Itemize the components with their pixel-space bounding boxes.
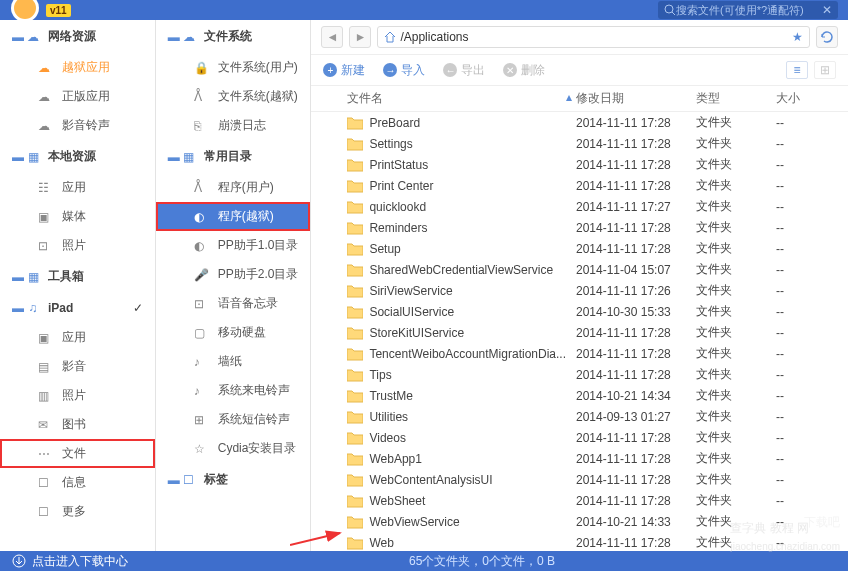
item-icon: ⎘: [194, 119, 210, 133]
import-button[interactable]: →导入: [383, 62, 425, 79]
path-input[interactable]: /Applications ★: [377, 26, 810, 48]
file-row[interactable]: Reminders2014-11-11 17:28文件夹--: [311, 217, 848, 238]
nav-back-button[interactable]: ◄: [321, 26, 343, 48]
sidebar-item[interactable]: ☷应用: [0, 173, 155, 202]
file-row[interactable]: Web2014-11-11 17:28文件夹--: [311, 532, 848, 551]
file-date: 2014-11-11 17:27: [576, 200, 696, 214]
sidebar-item[interactable]: ▢移动硬盘: [156, 318, 311, 347]
sidebar-item[interactable]: ᐰ程序(用户): [156, 173, 311, 202]
sidebar-item[interactable]: ⎘崩溃日志: [156, 111, 311, 140]
file-row[interactable]: WebApp12014-11-11 17:28文件夹--: [311, 448, 848, 469]
clear-icon[interactable]: ✕: [822, 3, 832, 17]
file-row[interactable]: Videos2014-11-11 17:28文件夹--: [311, 427, 848, 448]
file-date: 2014-11-11 17:28: [576, 473, 696, 487]
file-row[interactable]: SharedWebCredentialViewService2014-11-04…: [311, 259, 848, 280]
import-icon: →: [383, 63, 397, 77]
download-center-link[interactable]: 点击进入下载中心: [12, 553, 128, 570]
sidebar-item[interactable]: ☁正版应用: [0, 82, 155, 111]
file-type: 文件夹: [696, 135, 776, 152]
file-row[interactable]: quicklookd2014-11-11 17:27文件夹--: [311, 196, 848, 217]
file-row[interactable]: Setup2014-11-11 17:28文件夹--: [311, 238, 848, 259]
svg-point-2: [665, 5, 673, 13]
file-name: Setup: [369, 242, 400, 256]
sidebar-item[interactable]: ⊡照片: [0, 231, 155, 260]
file-name: SiriViewService: [369, 284, 452, 298]
grid-view-button[interactable]: ⊞: [814, 61, 836, 79]
sidebar-item[interactable]: 🎤PP助手2.0目录: [156, 260, 311, 289]
item-icon: ☷: [38, 181, 54, 195]
sidebar-item[interactable]: ▣媒体: [0, 202, 155, 231]
file-date: 2014-11-11 17:28: [576, 137, 696, 151]
file-size: --: [776, 431, 836, 445]
nav-forward-button[interactable]: ►: [349, 26, 371, 48]
folder-icon: [347, 158, 363, 172]
file-row[interactable]: Print Center2014-11-11 17:28文件夹--: [311, 175, 848, 196]
sidebar-item[interactable]: ☁影音铃声: [0, 111, 155, 140]
file-row[interactable]: WebSheet2014-11-11 17:28文件夹--: [311, 490, 848, 511]
file-size: --: [776, 473, 836, 487]
sidebar-item[interactable]: ☆Cydia安装目录: [156, 434, 311, 463]
file-row[interactable]: PreBoard2014-11-11 17:28文件夹--: [311, 112, 848, 133]
sidebar-item[interactable]: ◐程序(越狱): [156, 202, 311, 231]
file-row[interactable]: Tips2014-11-11 17:28文件夹--: [311, 364, 848, 385]
sidebar-item[interactable]: ⊞系统短信铃声: [156, 405, 311, 434]
folder-icon: [347, 536, 363, 550]
sidebar-section-header[interactable]: ▬☁网络资源: [0, 20, 155, 53]
refresh-button[interactable]: [816, 26, 838, 48]
new-button[interactable]: +新建: [323, 62, 365, 79]
file-row[interactable]: SiriViewService2014-11-11 17:26文件夹--: [311, 280, 848, 301]
list-view-button[interactable]: ≡: [786, 61, 808, 79]
sidebar-section-header[interactable]: ▬▦工具箱: [0, 260, 155, 293]
file-row[interactable]: TrustMe2014-10-21 14:34文件夹--: [311, 385, 848, 406]
sidebar-item[interactable]: 🔒文件系统(用户): [156, 53, 311, 82]
item-label: 移动硬盘: [218, 324, 266, 341]
section-icon: ☐: [182, 473, 196, 487]
star-icon[interactable]: ★: [792, 30, 803, 44]
file-date: 2014-11-11 17:26: [576, 284, 696, 298]
sidebar-item[interactable]: ▣应用: [0, 323, 155, 352]
sidebar-item[interactable]: ☐信息: [0, 468, 155, 497]
sidebar-item[interactable]: ⊡语音备忘录: [156, 289, 311, 318]
item-icon: ☐: [38, 476, 54, 490]
item-icon: 🔒: [194, 61, 210, 75]
file-date: 2014-11-11 17:28: [576, 221, 696, 235]
sidebar-section-header[interactable]: ▬▦本地资源: [0, 140, 155, 173]
item-label: 文件系统(越狱): [218, 88, 298, 105]
file-row[interactable]: StoreKitUIService2014-11-11 17:28文件夹--: [311, 322, 848, 343]
header-date[interactable]: 修改日期: [576, 90, 696, 107]
sidebar-item[interactable]: ◐PP助手1.0目录: [156, 231, 311, 260]
sidebar-section-header[interactable]: ▬☁文件系统: [156, 20, 311, 53]
sidebar-item[interactable]: ▤影音: [0, 352, 155, 381]
file-row[interactable]: TencentWeiboAccountMigrationDia...2014-1…: [311, 343, 848, 364]
file-size: --: [776, 368, 836, 382]
folder-icon: [347, 368, 363, 382]
file-row[interactable]: SocialUIService2014-10-30 15:33文件夹--: [311, 301, 848, 322]
file-row[interactable]: Settings2014-11-11 17:28文件夹--: [311, 133, 848, 154]
file-row[interactable]: PrintStatus2014-11-11 17:28文件夹--: [311, 154, 848, 175]
sort-icon[interactable]: ▴: [566, 90, 576, 107]
file-list[interactable]: PreBoard2014-11-11 17:28文件夹--Settings201…: [311, 112, 848, 551]
sidebar-item[interactable]: ♪墙纸: [156, 347, 311, 376]
sidebar-item[interactable]: ♪系统来电铃声: [156, 376, 311, 405]
file-date: 2014-11-11 17:28: [576, 368, 696, 382]
file-row[interactable]: WebContentAnalysisUI2014-11-11 17:28文件夹-…: [311, 469, 848, 490]
sidebar-item[interactable]: ✉图书: [0, 410, 155, 439]
header-type[interactable]: 类型: [696, 90, 776, 107]
header-size[interactable]: 大小: [776, 90, 836, 107]
sidebar-item[interactable]: ▥照片: [0, 381, 155, 410]
sidebar-section-header[interactable]: ▬♫iPad✓: [0, 293, 155, 323]
sidebar-item[interactable]: ⋯文件: [0, 439, 155, 468]
folder-icon: [347, 473, 363, 487]
file-size: --: [776, 200, 836, 214]
delete-button: ✕删除: [503, 62, 545, 79]
header-name[interactable]: 文件名: [323, 90, 566, 107]
file-row[interactable]: Utilities2014-09-13 01:27文件夹--: [311, 406, 848, 427]
sidebar-section-header[interactable]: ▬▦常用目录: [156, 140, 311, 173]
sidebar-item[interactable]: ᐰ文件系统(越狱): [156, 82, 311, 111]
file-row[interactable]: WebViewService2014-10-21 14:33文件夹--: [311, 511, 848, 532]
search-box[interactable]: ✕: [658, 1, 838, 19]
sidebar-section-header[interactable]: ▬☐标签: [156, 463, 311, 496]
sidebar-item[interactable]: ☐更多: [0, 497, 155, 526]
search-input[interactable]: [676, 4, 822, 16]
sidebar-item[interactable]: ☁越狱应用: [0, 53, 155, 82]
